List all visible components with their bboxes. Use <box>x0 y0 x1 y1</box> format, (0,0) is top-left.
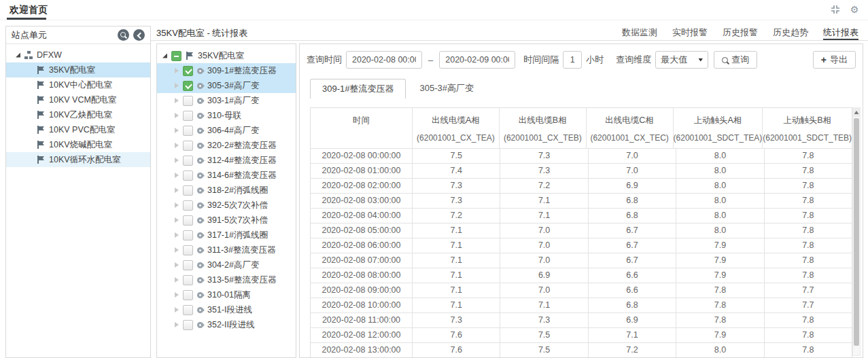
nav-history-trend[interactable]: 历史趋势 <box>773 26 808 40</box>
device-tree-item[interactable]: 312-4#整流变压器 <box>157 153 296 168</box>
expander-closed-icon[interactable] <box>175 307 179 312</box>
checkbox-unchecked[interactable] <box>183 126 193 136</box>
gear-icon[interactable]: ⚙ <box>849 4 860 15</box>
expander-closed-icon[interactable] <box>175 277 179 283</box>
nav-realtime-alarm[interactable]: 实时报警 <box>672 26 708 40</box>
expander-open-icon[interactable] <box>16 53 20 58</box>
device-tree-item[interactable]: 311-3#整流变压器 <box>157 243 296 257</box>
start-time-input[interactable] <box>346 51 422 69</box>
cell-value: 7.4 <box>413 164 500 178</box>
device-tree-item[interactable]: 305-3#高厂变 <box>157 78 296 93</box>
checkbox-unchecked[interactable] <box>183 200 193 211</box>
checkbox-unchecked[interactable] <box>183 156 193 166</box>
device-tree-item[interactable]: 391-5次7次补偿 <box>157 213 296 228</box>
device-tree-item[interactable]: 320-2#整流变压器 <box>157 138 296 153</box>
home-page-tab[interactable]: 欢迎首页 <box>10 4 48 16</box>
cell-value: 7.6 <box>413 328 500 342</box>
query-button[interactable]: 查询 <box>714 51 757 69</box>
checkbox-unchecked[interactable] <box>183 171 193 181</box>
expander-closed-icon[interactable] <box>175 232 179 238</box>
checkbox-unchecked[interactable] <box>183 320 193 330</box>
device-tree-item[interactable]: 306-4#高厂变 <box>157 123 296 138</box>
cell-value: 7.3 <box>413 313 500 327</box>
checkbox-checked[interactable] <box>183 66 193 76</box>
expander-closed-icon[interactable] <box>175 113 179 118</box>
sidebar-item-10kv-pvc[interactable]: 10KV PVC配电室 <box>6 122 150 137</box>
checkbox-unchecked[interactable] <box>183 96 193 106</box>
compress-layout-icon[interactable] <box>830 4 841 15</box>
expander-closed-icon[interactable] <box>175 83 179 88</box>
expander-open-icon[interactable] <box>162 54 167 58</box>
expander-closed-icon[interactable] <box>175 202 179 208</box>
flag-icon <box>37 126 45 134</box>
checkbox-unchecked[interactable] <box>183 185 193 196</box>
device-label: 391-5次7次补偿 <box>207 215 268 226</box>
flag-icon <box>186 52 194 60</box>
expander-closed-icon[interactable] <box>175 128 179 133</box>
device-tree-item[interactable]: 392-5次7次补偿 <box>157 198 296 213</box>
export-button[interactable]: + 导出 <box>813 51 856 69</box>
sidebar-item-35kv[interactable]: 35KV配电室 <box>6 62 150 77</box>
dimension-select[interactable]: 最大值 <box>655 51 708 69</box>
expander-closed-icon[interactable] <box>175 322 179 327</box>
site-tree-root[interactable]: DFXW <box>6 48 150 62</box>
scrollbar-thumb[interactable] <box>854 118 859 346</box>
checkbox-partial[interactable] <box>171 51 181 61</box>
checkbox-unchecked[interactable] <box>183 260 193 270</box>
device-tree-item[interactable]: 317-1#消弧线圈 <box>157 228 296 243</box>
nav-history-alarm[interactable]: 历史报警 <box>723 26 758 40</box>
device-tree-item[interactable]: 310-01隔离 <box>157 287 296 302</box>
expander-closed-icon[interactable] <box>175 247 179 253</box>
nav-statistics-report[interactable]: 统计报表 <box>823 26 858 40</box>
expander-closed-icon[interactable] <box>175 217 179 223</box>
tab-305-3-plant-transformer[interactable]: 305-3#高厂变 <box>406 82 487 99</box>
device-tree-item[interactable]: 351-I段进线 <box>157 302 296 317</box>
expander-closed-icon[interactable] <box>175 173 179 178</box>
device-tree-item[interactable]: 352-II段进线 <box>157 317 296 332</box>
end-time-input[interactable] <box>439 51 515 69</box>
table-scrollbar[interactable] <box>852 107 861 356</box>
checkbox-checked[interactable] <box>183 81 193 91</box>
sidebar-item-10kv-caustic[interactable]: 10KV烧碱配电室 <box>6 137 150 152</box>
checkbox-unchecked[interactable] <box>183 275 193 285</box>
expander-closed-icon[interactable] <box>175 158 179 163</box>
device-tree-root[interactable]: 35KV配电室 <box>157 48 296 63</box>
checkbox-unchecked[interactable] <box>183 305 193 315</box>
checkbox-unchecked[interactable] <box>183 230 193 240</box>
expander-closed-icon[interactable] <box>175 68 179 73</box>
checkbox-unchecked[interactable] <box>183 111 193 121</box>
expander-closed-icon[interactable] <box>175 187 179 193</box>
expander-closed-icon[interactable] <box>175 292 179 298</box>
expander-closed-icon[interactable] <box>175 98 179 103</box>
device-label: 306-4#高厂变 <box>207 125 259 137</box>
cell-value: 7.8 <box>765 268 852 283</box>
device-tree-item[interactable]: 314-6#整流变压器 <box>157 168 296 183</box>
location-pin-icon <box>196 126 205 135</box>
device-tree-item[interactable]: 310-母联 <box>157 108 296 123</box>
sidebar-item-10kv-acetylene[interactable]: 10KV乙炔配电室 <box>6 107 150 122</box>
sidebar-item-10kv-center[interactable]: 10KV中心配电室 <box>6 77 150 92</box>
device-tree-item[interactable]: 304-2#高厂变 <box>157 257 296 272</box>
flag-icon <box>37 96 45 104</box>
device-tree-item[interactable]: 313-5#整流变压器 <box>157 272 296 287</box>
tab-309-1-rectifier-transformer[interactable]: 309-1#整流变压器 <box>310 79 406 99</box>
device-tree-item[interactable]: 303-1#高厂变 <box>157 93 296 108</box>
device-label: 311-3#整流变压器 <box>207 245 276 256</box>
checkbox-unchecked[interactable] <box>183 245 193 255</box>
device-tree-item[interactable]: 318-2#消弧线圈 <box>157 183 296 198</box>
expander-closed-icon[interactable] <box>175 262 179 268</box>
sidebar-item-10kv-vcm[interactable]: 10KV VCM配电室 <box>6 92 150 107</box>
search-icon[interactable] <box>118 29 129 41</box>
device-tree-item[interactable]: 309-1#整流变压器 <box>157 63 296 78</box>
checkbox-unchecked[interactable] <box>183 141 193 151</box>
checkbox-unchecked[interactable] <box>183 215 193 226</box>
column-title: 时间 <box>353 115 370 125</box>
expander-closed-icon[interactable] <box>175 143 179 148</box>
interval-input[interactable] <box>563 51 582 69</box>
scrollbar-up-arrow[interactable] <box>853 108 860 117</box>
checkbox-unchecked[interactable] <box>183 290 193 300</box>
nav-data-monitoring[interactable]: 数据监测 <box>622 26 657 40</box>
collapse-panel-icon[interactable] <box>133 29 145 41</box>
dimension-label: 查询维度 <box>616 54 651 66</box>
sidebar-item-10kv-circulating-water[interactable]: 10KV循环水配电室 <box>6 152 150 167</box>
